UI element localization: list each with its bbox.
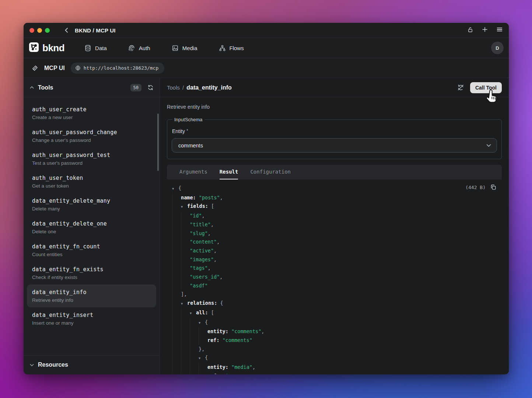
indent-guide bbox=[181, 308, 190, 318]
tool-list-item-data_entity_delete_one[interactable]: data_entity_delete_oneDelete one bbox=[27, 216, 156, 239]
breadcrumb-root[interactable]: Tools bbox=[167, 84, 180, 91]
zoom-button[interactable] bbox=[45, 28, 50, 33]
json-token-str: "id" bbox=[190, 212, 202, 220]
json-token-punc: { bbox=[205, 318, 208, 327]
tools-section-header[interactable]: Tools 50 bbox=[24, 78, 160, 97]
json-token-str: "active" bbox=[190, 247, 214, 255]
json-token-str: "media" bbox=[231, 363, 252, 372]
indent-guide bbox=[181, 229, 190, 238]
json-result-view: ▼{name: "posts",▼fields: ["id","title","… bbox=[172, 184, 502, 374]
required-asterisk: * bbox=[186, 128, 188, 133]
json-token-str: "posts" bbox=[199, 193, 220, 202]
globe-icon bbox=[75, 65, 81, 71]
refresh-icon[interactable] bbox=[147, 84, 154, 91]
lock-icon[interactable] bbox=[467, 27, 473, 34]
indent-guide bbox=[172, 353, 181, 363]
close-button[interactable] bbox=[29, 28, 34, 33]
collapse-triangle-icon[interactable]: ▼ bbox=[199, 319, 205, 328]
entity-select[interactable]: comments bbox=[172, 138, 497, 153]
back-icon[interactable] bbox=[64, 27, 70, 33]
json-line: "slug", bbox=[172, 229, 502, 238]
nav-item-media[interactable]: Media bbox=[172, 45, 197, 52]
copy-icon[interactable] bbox=[490, 184, 497, 191]
tools-count-badge: 50 bbox=[130, 84, 141, 91]
json-line: name: "posts", bbox=[172, 193, 502, 202]
indent-guide bbox=[172, 193, 181, 202]
json-token-str: "content" bbox=[190, 238, 217, 247]
json-line: "active", bbox=[172, 247, 502, 255]
json-token-str: "title" bbox=[190, 220, 211, 229]
nav-item-flows[interactable]: Flows bbox=[219, 45, 244, 52]
tool-list-item-data_entity_fn_exists[interactable]: data_entity_fn_existsCheck if entity exi… bbox=[27, 262, 156, 284]
resources-section-header[interactable]: Resources bbox=[24, 355, 160, 374]
json-token-key: name: bbox=[181, 193, 199, 202]
collapse-triangle-icon[interactable]: ▼ bbox=[181, 300, 187, 308]
title-bar: BKND / MCP UI bbox=[24, 23, 509, 38]
json-line: ▼{ bbox=[172, 318, 502, 328]
tool-list-item-data_entity_insert[interactable]: data_entity_insertInsert one or many bbox=[27, 307, 156, 330]
json-line: ▼fields: [ bbox=[172, 202, 502, 212]
tool-name: data_entity_fn_exists bbox=[32, 266, 151, 273]
main-header: Tools / data_entity_info Call Tool bbox=[160, 78, 509, 97]
collapse-triangle-icon[interactable]: ▼ bbox=[181, 203, 187, 212]
indent-guide bbox=[172, 255, 181, 264]
server-url-pill[interactable]: http://localhost:28623/mcp bbox=[71, 63, 165, 74]
sidebar-scrollbar[interactable] bbox=[157, 114, 159, 171]
tab-arguments[interactable]: Arguments bbox=[179, 165, 207, 179]
database-icon bbox=[84, 45, 91, 52]
tool-list-item-auth_user_token[interactable]: auth_user_tokenGet a user token bbox=[27, 170, 156, 193]
indent-guide bbox=[199, 372, 207, 374]
user-avatar[interactable]: D bbox=[491, 42, 504, 54]
tool-list-item-auth_user_create[interactable]: auth_user_createCreate a new user bbox=[27, 102, 156, 125]
indent-guide bbox=[190, 336, 199, 345]
json-token-str: "users_id" bbox=[190, 273, 220, 282]
indent-guide bbox=[172, 345, 181, 354]
indent-guide bbox=[181, 363, 190, 372]
brand[interactable]: bknd bbox=[29, 42, 64, 54]
json-line: "images", bbox=[172, 255, 502, 264]
tool-name: data_entity_delete_many bbox=[32, 198, 151, 204]
minimize-button[interactable] bbox=[37, 28, 42, 33]
tool-list-item-data_entity_fn_count[interactable]: data_entity_fn_countCount entities bbox=[27, 239, 156, 262]
tab-result[interactable]: Result bbox=[220, 165, 238, 179]
indent-guide bbox=[199, 336, 207, 345]
menu-icon[interactable] bbox=[496, 26, 503, 34]
json-token-key: all: bbox=[196, 308, 211, 317]
desktop: { "window": { "title": "BKND / MCP UI" }… bbox=[0, 0, 532, 398]
tool-description: Check if entity exists bbox=[32, 275, 151, 280]
collapse-triangle-icon[interactable]: ▼ bbox=[199, 354, 205, 363]
tab-configuration[interactable]: Configuration bbox=[250, 165, 291, 179]
tool-description: Insert one or many bbox=[32, 320, 151, 326]
json-token-punc: { bbox=[205, 353, 208, 362]
server-url: http://localhost:28623/mcp bbox=[84, 65, 159, 71]
json-token-str: "comments" bbox=[223, 336, 252, 345]
mcp-bar: MCP UI http://localhost:28623/mcp bbox=[24, 58, 509, 78]
json-token-punc: , bbox=[202, 212, 205, 220]
indent-guide bbox=[181, 247, 190, 255]
tool-description: Create a new user bbox=[32, 115, 151, 120]
tool-list-item-data_entity_info[interactable]: data_entity_infoRetrieve entity info bbox=[27, 284, 156, 307]
json-token-str: "images" bbox=[223, 372, 246, 374]
indent-guide bbox=[181, 264, 190, 273]
nav-item-auth[interactable]: Auth bbox=[128, 45, 150, 52]
tool-list-item-auth_user_password_change[interactable]: auth_user_password_changeChange a user's… bbox=[27, 125, 156, 147]
collapse-triangle-icon[interactable]: ▼ bbox=[172, 185, 178, 193]
indent-guide bbox=[172, 202, 181, 212]
json-line: ▼{ bbox=[172, 353, 502, 363]
indent-guide bbox=[172, 238, 181, 247]
auto-refresh-off-icon[interactable] bbox=[457, 84, 464, 91]
json-token-key: entity: bbox=[207, 363, 231, 372]
tool-list-item-data_entity_delete_many[interactable]: data_entity_delete_manyDelete many bbox=[27, 193, 156, 216]
indent-guide bbox=[181, 353, 190, 363]
app-window: BKND / MCP UI bknd DataAuthMediaFlows D bbox=[24, 23, 509, 374]
nav-item-data[interactable]: Data bbox=[84, 45, 107, 52]
collapse-triangle-icon[interactable]: ▼ bbox=[190, 309, 196, 318]
json-line: ▼all: [ bbox=[172, 308, 502, 318]
tool-list-item-auth_user_password_test[interactable]: auth_user_password_testTest a user's pas… bbox=[27, 147, 156, 170]
json-line: "title", bbox=[172, 220, 502, 229]
traffic-lights bbox=[29, 28, 50, 33]
json-line: "tags", bbox=[172, 264, 502, 273]
indent-guide bbox=[181, 327, 190, 336]
new-tab-icon[interactable] bbox=[482, 26, 488, 34]
indent-guide bbox=[190, 363, 199, 372]
